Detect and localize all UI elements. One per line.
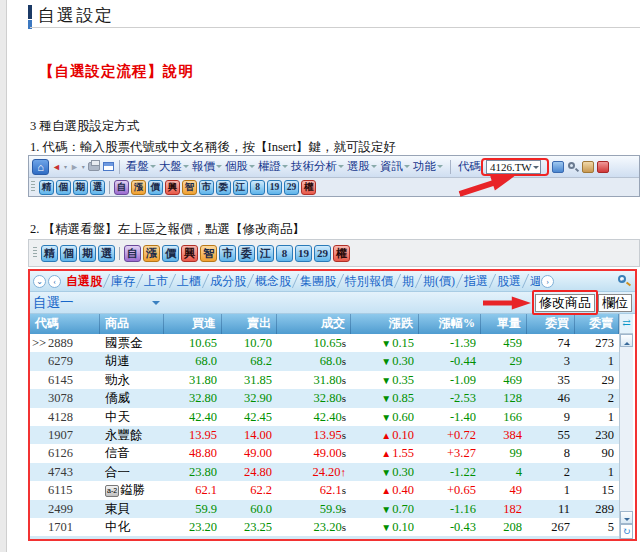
back-dropdown-icon[interactable]: ▾: [64, 163, 67, 170]
tab-9[interactable]: 期(價): [419, 273, 459, 290]
forward-icon[interactable]: ►: [70, 162, 79, 172]
tab-10[interactable]: 指選: [460, 273, 492, 290]
print-icon[interactable]: [88, 162, 100, 171]
tab-4[interactable]: 成分股: [206, 273, 250, 290]
quick-icon-權[interactable]: 權: [333, 245, 350, 262]
quick-icon-委[interactable]: 委: [238, 245, 255, 262]
table-row[interactable]: 6279胡連68.068.268.0s▼0.30-0.442931: [30, 352, 619, 370]
magnifier-icon[interactable]: [567, 161, 579, 173]
quick-icon-智[interactable]: 智: [200, 245, 217, 262]
home-icon[interactable]: ⌂: [32, 159, 49, 175]
quick-icon-精[interactable]: 精: [39, 180, 54, 195]
quick-icon-漲[interactable]: 漲: [131, 180, 146, 195]
menu-item-2[interactable]: 報價: [192, 159, 223, 174]
column-header-2[interactable]: 買進: [164, 314, 222, 334]
tab-scroll-left-icon[interactable]: ‹: [48, 275, 61, 288]
table-row[interactable]: 1701中化23.2023.2523.20s▼0.10-0.432082675: [30, 518, 619, 536]
quick-icon-漲[interactable]: 漲: [143, 245, 160, 262]
quick-icon-智[interactable]: 智: [182, 180, 197, 195]
quick-icon-選[interactable]: 選: [90, 180, 105, 195]
quick-icon-個[interactable]: 個: [60, 245, 77, 262]
tab-6[interactable]: 集團股: [296, 273, 340, 290]
table-row[interactable]: 2499東貝59.960.059.9s▼0.70-1.1618211289: [30, 500, 619, 518]
zoom-plus-icon[interactable]: +: [617, 274, 631, 288]
quick-icon-價[interactable]: 價: [162, 245, 179, 262]
quick-icon-委[interactable]: 委: [216, 180, 231, 195]
quick-icon-期[interactable]: 期: [79, 245, 96, 262]
quick-icon-8[interactable]: 8: [250, 180, 265, 195]
columns-button[interactable]: 欄位: [598, 294, 632, 312]
alert-icon[interactable]: [597, 161, 609, 173]
quick-icon-選[interactable]: 選: [98, 245, 115, 262]
drag-grip-icon[interactable]: [33, 247, 37, 259]
quick-icon-自[interactable]: 自: [114, 180, 129, 195]
tab-1[interactable]: 庫存: [107, 273, 139, 290]
quick-icon-市[interactable]: 市: [199, 180, 214, 195]
quick-icon-精[interactable]: 精: [41, 245, 58, 262]
table-row[interactable]: 6115a-2鎰勝62.162.262.1s▲0.40+0.6549115: [30, 481, 619, 499]
refresh-icon[interactable]: ↻: [620, 524, 633, 539]
modify-products-button[interactable]: 修改商品: [535, 294, 595, 312]
tab-3[interactable]: 上櫃: [173, 273, 205, 290]
menu-item-1[interactable]: 大盤: [159, 159, 190, 174]
quick-icon-市[interactable]: 市: [219, 245, 236, 262]
column-header-3[interactable]: 賣出: [222, 314, 277, 334]
menu-item-5[interactable]: 技術分析: [291, 159, 345, 174]
column-header-5[interactable]: 漲跌: [351, 314, 419, 334]
menu-item-0[interactable]: 看盤: [126, 159, 157, 174]
stamp-icon[interactable]: [582, 161, 594, 173]
table-row[interactable]: 1907永豐餘13.9514.0013.95s▲0.10+0.723845523…: [30, 426, 619, 444]
table-row[interactable]: 3078僑威32.8032.9032.80s▼0.85-2.53128462: [30, 389, 619, 407]
quick-icon-價[interactable]: 價: [148, 180, 163, 195]
table-row[interactable]: 6126信音48.8049.0049.00s▲1.55+3.2799890: [30, 444, 619, 462]
table-row[interactable]: >>2889國票金10.6510.7010.65s▼0.15-1.3945974…: [30, 334, 619, 352]
scroll-down-button[interactable]: [620, 511, 633, 524]
quick-icon-29[interactable]: 29: [284, 180, 299, 195]
scrollbar-track[interactable]: [620, 347, 633, 511]
column-header-1[interactable]: 商品: [100, 314, 164, 334]
menu-item-4[interactable]: 權證: [258, 159, 289, 174]
tab-5[interactable]: 概念股: [251, 273, 295, 290]
watchlist-select[interactable]: 自選一: [33, 294, 74, 312]
column-header-0[interactable]: 代碼: [30, 314, 100, 334]
quick-icon-個[interactable]: 個: [56, 180, 71, 195]
quick-icon-權[interactable]: 權: [301, 180, 316, 195]
drag-grip-icon[interactable]: [31, 181, 35, 193]
tab-7[interactable]: 特別報價: [341, 273, 397, 290]
quick-icon-興[interactable]: 興: [165, 180, 180, 195]
popout-window-icon[interactable]: [103, 162, 114, 171]
column-header-7[interactable]: 單量: [481, 314, 527, 334]
column-header-9[interactable]: 委賣: [575, 314, 619, 334]
menu-item-7[interactable]: 資訊: [380, 159, 411, 174]
bird-icon[interactable]: [552, 161, 564, 173]
swap-columns-icon[interactable]: ⇄: [620, 314, 633, 334]
table-row[interactable]: 4743合一23.8024.8024.20↑▼0.30-1.22421: [30, 463, 619, 481]
cell-bid-vol: 3: [527, 352, 575, 370]
tab-2[interactable]: 上市: [140, 273, 172, 290]
table-row[interactable]: 4128中天42.4042.4542.40s▼0.60-1.4016691: [30, 408, 619, 426]
table-row[interactable]: 6145勁永31.8031.8531.80s▼0.35-1.094693529: [30, 371, 619, 389]
menu-item-3[interactable]: 個股: [225, 159, 256, 174]
column-header-4[interactable]: 成交: [277, 314, 351, 334]
tab-11[interactable]: 股選: [493, 273, 525, 290]
forward-dropdown-icon[interactable]: ▾: [82, 163, 85, 170]
column-header-8[interactable]: 委買: [527, 314, 575, 334]
tab-0[interactable]: 自選股: [62, 273, 106, 290]
quick-icon-8[interactable]: 8: [276, 245, 293, 262]
quick-icon-江[interactable]: 江: [257, 245, 274, 262]
tab-menu-icon[interactable]: ⌄: [33, 275, 46, 288]
quick-icon-期[interactable]: 期: [73, 180, 88, 195]
column-header-6[interactable]: 漲幅%: [419, 314, 481, 334]
quick-icon-興[interactable]: 興: [181, 245, 198, 262]
quick-icon-19[interactable]: 19: [267, 180, 282, 195]
tab-scroll-right-icon[interactable]: ›: [541, 275, 554, 288]
chevron-down-icon[interactable]: [152, 301, 160, 309]
scroll-up-button[interactable]: [620, 334, 633, 347]
quick-icon-自[interactable]: 自: [124, 245, 141, 262]
menu-item-8[interactable]: 功能: [413, 159, 444, 174]
quick-icon-29[interactable]: 29: [314, 245, 331, 262]
quick-icon-江[interactable]: 江: [233, 180, 248, 195]
back-icon[interactable]: ◄: [52, 162, 61, 172]
quick-icon-19[interactable]: 19: [295, 245, 312, 262]
menu-item-6[interactable]: 選股: [347, 159, 378, 174]
